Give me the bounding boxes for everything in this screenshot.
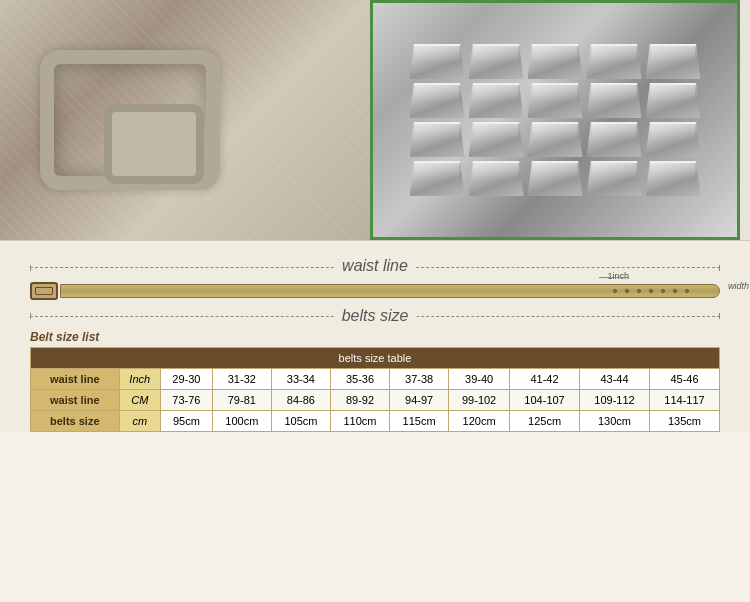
- ingot: [646, 83, 701, 118]
- one-inch-line: [599, 277, 629, 278]
- ingot: [528, 44, 583, 79]
- ingot-row: [410, 161, 701, 196]
- data-cell: 39-40: [449, 369, 510, 390]
- diagram-section: waist line 1inch width: [0, 240, 750, 432]
- data-cell: 99-102: [449, 390, 510, 411]
- metal-ingots-image: [370, 0, 740, 240]
- waist-line-label: waist line: [334, 257, 416, 275]
- bottom-tick-right: [719, 313, 720, 319]
- ingot: [587, 122, 642, 157]
- belt-holes: [613, 289, 689, 293]
- data-cell: 105cm: [271, 411, 330, 432]
- belt-hole: [649, 289, 653, 293]
- data-cell: 29-30: [160, 369, 212, 390]
- belt-buckle-shape: [30, 40, 230, 200]
- data-cell: 73-76: [160, 390, 212, 411]
- data-cell: 125cm: [510, 411, 580, 432]
- bottom-tick-left: [30, 313, 31, 319]
- ingot-row: [410, 44, 701, 79]
- unit-cell: cm: [119, 411, 160, 432]
- data-cell: 120cm: [449, 411, 510, 432]
- ingot: [410, 44, 465, 79]
- data-cell: 115cm: [390, 411, 449, 432]
- ingot: [469, 122, 524, 157]
- belts-size-label: belts size: [334, 307, 417, 325]
- belt-image: [0, 0, 370, 240]
- ingots-container: [373, 3, 737, 237]
- ingot: [587, 83, 642, 118]
- data-cell: 33-34: [271, 369, 330, 390]
- belt-hole: [673, 289, 677, 293]
- data-cell: 37-38: [390, 369, 449, 390]
- tick-right: [719, 265, 720, 271]
- row-label-cell: waist line: [31, 369, 120, 390]
- size-table: belts size table waist lineInch29-3031-3…: [30, 347, 720, 432]
- belt-strap: 1inch width: [60, 284, 720, 298]
- data-cell: 31-32: [212, 369, 271, 390]
- row-label-cell: waist line: [31, 390, 120, 411]
- ingot: [528, 83, 583, 118]
- row-label-cell: belts size: [31, 411, 120, 432]
- data-cell: 114-117: [649, 390, 719, 411]
- ingot: [469, 83, 524, 118]
- ingot: [587, 44, 642, 79]
- data-cell: 109-112: [580, 390, 650, 411]
- ingot: [528, 161, 583, 196]
- table-section: Belt size list belts size table waist li…: [30, 327, 720, 432]
- ingot: [410, 122, 465, 157]
- belt-hole: [625, 289, 629, 293]
- ingot-row: [410, 83, 701, 118]
- top-images-section: [0, 0, 750, 240]
- data-cell: 130cm: [580, 411, 650, 432]
- belt-hole: [661, 289, 665, 293]
- data-cell: 94-97: [390, 390, 449, 411]
- ingot: [528, 122, 583, 157]
- ingot: [469, 161, 524, 196]
- ingot: [587, 161, 642, 196]
- belt-size-list-label: Belt size list: [30, 327, 720, 347]
- one-inch-marker: 1inch: [607, 271, 629, 281]
- data-cell: 84-86: [271, 390, 330, 411]
- data-cell: 43-44: [580, 369, 650, 390]
- table-row: waist lineInch29-3031-3233-3435-3637-383…: [31, 369, 720, 390]
- belt-diagram-row: 1inch width: [30, 281, 720, 301]
- unit-cell: CM: [119, 390, 160, 411]
- belt-hole: [637, 289, 641, 293]
- tick-left: [30, 265, 31, 271]
- data-cell: 45-46: [649, 369, 719, 390]
- width-label: width: [728, 281, 749, 291]
- data-cell: 79-81: [212, 390, 271, 411]
- table-row: waist lineCM73-7679-8184-8689-9294-9799-…: [31, 390, 720, 411]
- ingot: [646, 161, 701, 196]
- data-cell: 135cm: [649, 411, 719, 432]
- table-row: belts sizecm95cm100cm105cm110cm115cm120c…: [31, 411, 720, 432]
- ingot: [410, 161, 465, 196]
- data-cell: 89-92: [330, 390, 389, 411]
- data-cell: 110cm: [330, 411, 389, 432]
- belt-hole: [685, 289, 689, 293]
- data-cell: 95cm: [160, 411, 212, 432]
- ingot: [469, 44, 524, 79]
- belt-buckle-inner: [104, 104, 204, 184]
- belt-hole: [613, 289, 617, 293]
- unit-cell: Inch: [119, 369, 160, 390]
- table-header: belts size table: [31, 348, 720, 369]
- buckle-icon: [30, 282, 58, 300]
- ingot: [646, 122, 701, 157]
- ingot: [646, 44, 701, 79]
- data-cell: 100cm: [212, 411, 271, 432]
- waist-line-diagram: waist line 1inch width: [20, 253, 730, 323]
- data-cell: 104-107: [510, 390, 580, 411]
- ingot-row: [410, 122, 701, 157]
- data-cell: 41-42: [510, 369, 580, 390]
- belt-buckle-outer: [40, 50, 220, 190]
- ingot: [410, 83, 465, 118]
- data-cell: 35-36: [330, 369, 389, 390]
